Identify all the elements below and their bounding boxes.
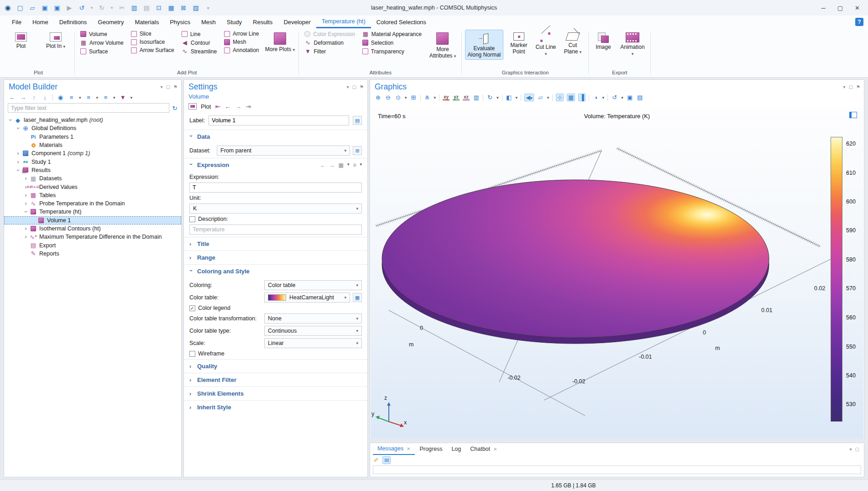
refresh-icon[interactable]: ↻ (172, 104, 178, 112)
color-table-browse-icon[interactable]: ▦ (353, 293, 362, 302)
pin-icon[interactable]: ⚑ (360, 84, 364, 89)
more-plots-button[interactable]: More Plots ▾ (264, 30, 296, 54)
color-table-combo[interactable]: HeatCameraLight▾ (264, 293, 350, 303)
close-icon[interactable]: ✕ (407, 446, 410, 451)
toolbar-overflow-icon[interactable]: ▾ (204, 5, 212, 10)
transparency-button[interactable]: Transparency (360, 47, 424, 56)
filter-funnel-icon[interactable]: ▼ (120, 94, 126, 101)
redo-chevron-icon[interactable]: ▾ (110, 5, 114, 10)
section-title[interactable]: › Title (184, 237, 367, 251)
description-input[interactable] (189, 225, 362, 235)
float-icon[interactable]: ▢ (352, 84, 356, 89)
mesh-button[interactable]: Mesh (222, 38, 261, 46)
transparency-icon[interactable]: ▱ (537, 94, 544, 101)
menu-temperature-ht[interactable]: Temperature (ht) (316, 16, 371, 28)
material-appearance-button[interactable]: ▦Material Appearance (360, 30, 424, 38)
open-folder-icon[interactable]: ▱ (28, 4, 37, 11)
go-forward-icon[interactable]: → (20, 94, 26, 101)
paste-icon[interactable]: ▤ (142, 4, 151, 11)
menu-materials[interactable]: Materials (129, 16, 164, 28)
color-table-transformation-combo[interactable]: None▾ (264, 313, 362, 324)
arrow-line-button[interactable]: Arrow Line (222, 30, 261, 38)
undo-icon[interactable]: ↺ (78, 4, 86, 11)
dataset-combo[interactable]: From parent▾ (217, 146, 350, 156)
section-shrink-elements[interactable]: › Shrink Elements (184, 387, 367, 400)
show-axis-orientation-icon[interactable]: ⊹ (556, 94, 564, 101)
wireframe-checkbox[interactable] (189, 351, 195, 357)
view-yz-icon[interactable]: yz (453, 95, 460, 100)
menu-study[interactable]: Study (221, 16, 247, 28)
view-movie-icon[interactable]: ▥ (473, 94, 480, 101)
prev-expression-icon[interactable]: ← (320, 162, 326, 168)
tree-node-root[interactable]: ›◆ laser_heating_wafer.mph(root) (4, 116, 181, 124)
section-data[interactable]: › Data (184, 130, 367, 143)
close-button[interactable]: ✕ (855, 5, 860, 11)
scene-light-icon[interactable]: ◧ (506, 94, 512, 101)
arrow-volume-button[interactable]: ▦Arrow Volume (78, 38, 126, 47)
tab-messages[interactable]: Messages✕ (373, 443, 415, 455)
tree-node-isothermal-contours[interactable]: › Isothermal Contours (ht) (4, 225, 181, 233)
run-icon[interactable]: ▶ (65, 4, 73, 11)
image-button[interactable]: Image (592, 30, 615, 52)
deformation-button[interactable]: ∿Deformation (302, 38, 357, 47)
plot-button-label[interactable]: Plot (201, 103, 211, 110)
tree-node-max-temperature-difference[interactable]: ›∿* Maximum Temperature Difference in th… (4, 233, 181, 241)
zoom-extents-icon[interactable]: ⊞ (410, 94, 417, 101)
tree-filter-input[interactable] (8, 103, 169, 113)
menu-developer[interactable]: Developer (278, 16, 316, 28)
tree-node-temperature-ht[interactable]: › Temperature (ht) (4, 208, 181, 216)
expression-menu-icon[interactable]: ≡ (353, 162, 356, 168)
show-icon[interactable]: ◉ (57, 94, 64, 101)
selection-button[interactable]: Selection (360, 38, 424, 47)
sound-icon[interactable]: ◀ (526, 94, 530, 101)
label-input[interactable] (209, 115, 349, 125)
panel-menu-icon[interactable]: ▾ (850, 447, 852, 452)
plot-icon[interactable] (188, 103, 197, 110)
duplicate-icon[interactable]: ⊡ (155, 4, 163, 11)
zoom-in-icon[interactable]: ⊕ (375, 94, 382, 101)
float-icon[interactable]: ▢ (855, 447, 859, 452)
help-icon[interactable]: ? (855, 18, 863, 26)
default-3d-view-icon[interactable]: ⋔ (424, 94, 431, 101)
first-solution-icon[interactable]: ⇤ (215, 103, 220, 110)
tree-node-component[interactable]: › Component 1(comp 1) (4, 149, 181, 157)
arrow-surface-button[interactable]: Arrow Surface (129, 46, 177, 54)
description-checkbox[interactable] (189, 216, 195, 222)
tree-node-derived-values[interactable]: ›8.85 e-12 Derived Values (4, 183, 181, 191)
color-table-type-combo[interactable]: Continuous▾ (264, 326, 362, 336)
menu-geometry[interactable]: Geometry (92, 16, 129, 28)
collapse-all-icon[interactable]: ≡ (85, 94, 92, 101)
filter-button[interactable]: ▼Filter (302, 47, 357, 56)
menu-results[interactable]: Results (247, 16, 278, 28)
unit-combo[interactable]: K▾ (189, 204, 362, 214)
menu-file[interactable]: File (6, 16, 27, 28)
menu-definitions[interactable]: Definitions (54, 16, 93, 28)
plot-button[interactable]: Plot (5, 30, 37, 51)
marker-point-button[interactable]: Marker Point (506, 30, 532, 56)
maximize-button[interactable]: ▢ (837, 5, 843, 11)
tree-node-export[interactable]: ▤ Export (4, 241, 181, 249)
model-tree-nodes-icon[interactable]: ≡ (102, 94, 109, 101)
scale-combo[interactable]: Linear▾ (264, 338, 362, 348)
line-button[interactable]: Line (179, 30, 219, 38)
next-expression-icon[interactable]: → (329, 162, 335, 168)
pin-icon[interactable]: ⚑ (856, 84, 860, 89)
close-icon[interactable]: ✕ (493, 447, 497, 452)
tab-progress[interactable]: Progress (415, 443, 447, 455)
view-xz-icon[interactable]: xz (463, 95, 470, 100)
tree-node-datasets[interactable]: ›▦ Datasets (4, 174, 181, 183)
tree-node-results[interactable]: › Results (4, 166, 181, 174)
animation-button[interactable]: Animation▾ (617, 30, 648, 58)
color-legend-checkbox[interactable]: ✓ (189, 305, 195, 311)
tree-node-global-definitions[interactable]: ›⊕ Global Definitions (4, 124, 181, 132)
section-coloring-and-style[interactable]: › Coloring and Style (184, 264, 367, 278)
scene-appearance-icon[interactable]: ◑ (592, 94, 599, 101)
table-add-icon[interactable]: ⊞ (353, 146, 362, 155)
tree-node-parameters[interactable]: Pi Parameters 1 (4, 133, 181, 141)
save-icon[interactable]: ▣ (41, 4, 49, 11)
panel-menu-icon[interactable]: ▾ (347, 84, 349, 89)
section-range[interactable]: › Range (184, 251, 367, 264)
plot-in-button[interactable]: Plot In ▾ (40, 30, 72, 51)
undo-chevron-icon[interactable]: ▾ (90, 5, 94, 10)
tab-chatbot[interactable]: Chatbot✕ (465, 443, 502, 455)
